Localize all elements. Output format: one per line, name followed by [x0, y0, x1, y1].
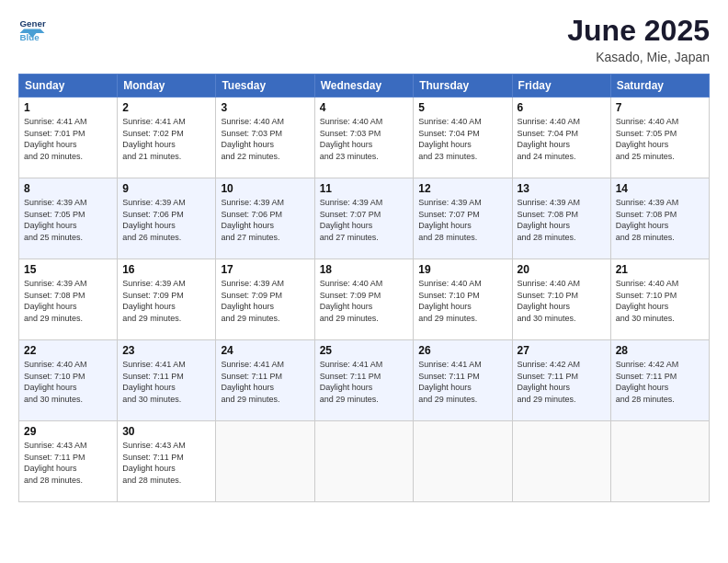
- col-header-thursday: Thursday: [414, 75, 512, 98]
- calendar-cell: [216, 421, 314, 502]
- calendar-cell: 17Sunrise: 4:39 AMSunset: 7:09 PMDayligh…: [216, 259, 314, 340]
- day-info: Sunrise: 4:40 AMSunset: 7:09 PMDaylight …: [320, 279, 383, 323]
- day-info: Sunrise: 4:41 AMSunset: 7:11 PMDaylight …: [320, 360, 383, 404]
- day-info: Sunrise: 4:40 AMSunset: 7:10 PMDaylight …: [24, 360, 87, 404]
- calendar-cell: 19Sunrise: 4:40 AMSunset: 7:10 PMDayligh…: [414, 259, 512, 340]
- day-number: 22: [24, 344, 112, 357]
- month-title: June 2025: [567, 14, 710, 48]
- day-info: Sunrise: 4:40 AMSunset: 7:04 PMDaylight …: [418, 117, 482, 161]
- calendar-cell: 22Sunrise: 4:40 AMSunset: 7:10 PMDayligh…: [19, 340, 118, 421]
- day-info: Sunrise: 4:42 AMSunset: 7:11 PMDaylight …: [518, 360, 581, 404]
- day-number: 8: [24, 182, 112, 195]
- calendar-cell: 16Sunrise: 4:39 AMSunset: 7:09 PMDayligh…: [118, 259, 216, 340]
- day-number: 30: [122, 425, 210, 438]
- day-info: Sunrise: 4:39 AMSunset: 7:07 PMDaylight …: [418, 198, 482, 242]
- day-number: 29: [24, 425, 112, 438]
- subtitle: Kasado, Mie, Japan: [567, 50, 710, 64]
- day-number: 2: [122, 101, 210, 114]
- calendar-cell: 6Sunrise: 4:40 AMSunset: 7:04 PMDaylight…: [512, 98, 610, 178]
- day-number: 10: [221, 182, 309, 195]
- day-info: Sunrise: 4:39 AMSunset: 7:07 PMDaylight …: [320, 198, 383, 242]
- calendar-cell: 8Sunrise: 4:39 AMSunset: 7:05 PMDaylight…: [19, 178, 118, 259]
- day-number: 12: [418, 182, 506, 195]
- calendar-table: SundayMondayTuesdayWednesdayThursdayFrid…: [18, 74, 710, 502]
- calendar-cell: 14Sunrise: 4:39 AMSunset: 7:08 PMDayligh…: [610, 178, 709, 259]
- day-number: 9: [122, 182, 210, 195]
- calendar-cell: 30Sunrise: 4:43 AMSunset: 7:11 PMDayligh…: [118, 421, 216, 502]
- svg-text:Blue: Blue: [20, 32, 40, 42]
- calendar-cell: 21Sunrise: 4:40 AMSunset: 7:10 PMDayligh…: [610, 259, 709, 340]
- day-info: Sunrise: 4:40 AMSunset: 7:10 PMDaylight …: [616, 279, 679, 323]
- logo: General Blue: [18, 14, 46, 41]
- calendar-cell: [314, 421, 414, 502]
- day-number: 26: [418, 344, 506, 357]
- calendar-cell: 11Sunrise: 4:39 AMSunset: 7:07 PMDayligh…: [314, 178, 414, 259]
- day-number: 28: [616, 344, 704, 357]
- calendar-cell: 12Sunrise: 4:39 AMSunset: 7:07 PMDayligh…: [414, 178, 512, 259]
- day-number: 18: [320, 263, 409, 276]
- day-info: Sunrise: 4:42 AMSunset: 7:11 PMDaylight …: [616, 360, 679, 404]
- day-number: 7: [616, 101, 704, 114]
- calendar-cell: 3Sunrise: 4:40 AMSunset: 7:03 PMDaylight…: [216, 98, 314, 178]
- day-number: 6: [518, 101, 606, 114]
- calendar-cell: [610, 421, 709, 502]
- day-number: 25: [320, 344, 409, 357]
- day-info: Sunrise: 4:40 AMSunset: 7:03 PMDaylight …: [221, 117, 284, 161]
- col-header-wednesday: Wednesday: [314, 75, 414, 98]
- header: General Blue June 2025 Kasado, Mie, Japa…: [18, 14, 710, 64]
- calendar-cell: [414, 421, 512, 502]
- day-info: Sunrise: 4:41 AMSunset: 7:11 PMDaylight …: [122, 360, 186, 404]
- day-number: 21: [616, 263, 704, 276]
- calendar-cell: 9Sunrise: 4:39 AMSunset: 7:06 PMDaylight…: [118, 178, 216, 259]
- col-header-sunday: Sunday: [19, 75, 118, 98]
- calendar-cell: 29Sunrise: 4:43 AMSunset: 7:11 PMDayligh…: [19, 421, 118, 502]
- day-number: 3: [221, 101, 309, 114]
- page: General Blue June 2025 Kasado, Mie, Japa…: [0, 0, 728, 563]
- calendar-week-3: 15Sunrise: 4:39 AMSunset: 7:08 PMDayligh…: [19, 259, 710, 340]
- day-number: 15: [24, 263, 112, 276]
- day-number: 1: [24, 101, 112, 114]
- day-number: 27: [518, 344, 606, 357]
- day-info: Sunrise: 4:39 AMSunset: 7:06 PMDaylight …: [122, 198, 186, 242]
- title-block: June 2025 Kasado, Mie, Japan: [567, 14, 710, 64]
- calendar-cell: 20Sunrise: 4:40 AMSunset: 7:10 PMDayligh…: [512, 259, 610, 340]
- col-header-friday: Friday: [512, 75, 610, 98]
- calendar-cell: 18Sunrise: 4:40 AMSunset: 7:09 PMDayligh…: [314, 259, 414, 340]
- calendar-cell: 26Sunrise: 4:41 AMSunset: 7:11 PMDayligh…: [414, 340, 512, 421]
- svg-text:General: General: [20, 18, 47, 29]
- day-info: Sunrise: 4:40 AMSunset: 7:04 PMDaylight …: [518, 117, 581, 161]
- day-info: Sunrise: 4:39 AMSunset: 7:08 PMDaylight …: [24, 279, 87, 323]
- calendar-cell: 5Sunrise: 4:40 AMSunset: 7:04 PMDaylight…: [414, 98, 512, 178]
- day-number: 5: [418, 101, 506, 114]
- calendar-week-4: 22Sunrise: 4:40 AMSunset: 7:10 PMDayligh…: [19, 340, 710, 421]
- col-header-tuesday: Tuesday: [216, 75, 314, 98]
- day-info: Sunrise: 4:41 AMSunset: 7:11 PMDaylight …: [418, 360, 482, 404]
- logo-icon: General Blue: [18, 14, 46, 41]
- calendar-header-row: SundayMondayTuesdayWednesdayThursdayFrid…: [19, 75, 710, 98]
- day-info: Sunrise: 4:39 AMSunset: 7:09 PMDaylight …: [122, 279, 186, 323]
- day-number: 14: [616, 182, 704, 195]
- day-info: Sunrise: 4:41 AMSunset: 7:11 PMDaylight …: [221, 360, 284, 404]
- calendar-week-1: 1Sunrise: 4:41 AMSunset: 7:01 PMDaylight…: [19, 98, 710, 178]
- day-info: Sunrise: 4:40 AMSunset: 7:10 PMDaylight …: [418, 279, 482, 323]
- calendar-week-2: 8Sunrise: 4:39 AMSunset: 7:05 PMDaylight…: [19, 178, 710, 259]
- day-number: 13: [518, 182, 606, 195]
- day-info: Sunrise: 4:39 AMSunset: 7:08 PMDaylight …: [616, 198, 679, 242]
- calendar-cell: 27Sunrise: 4:42 AMSunset: 7:11 PMDayligh…: [512, 340, 610, 421]
- day-info: Sunrise: 4:39 AMSunset: 7:09 PMDaylight …: [221, 279, 284, 323]
- day-number: 24: [221, 344, 309, 357]
- day-info: Sunrise: 4:43 AMSunset: 7:11 PMDaylight …: [24, 441, 87, 485]
- day-number: 11: [320, 182, 409, 195]
- calendar-cell: 23Sunrise: 4:41 AMSunset: 7:11 PMDayligh…: [118, 340, 216, 421]
- calendar-cell: 1Sunrise: 4:41 AMSunset: 7:01 PMDaylight…: [19, 98, 118, 178]
- day-number: 17: [221, 263, 309, 276]
- col-header-monday: Monday: [118, 75, 216, 98]
- day-info: Sunrise: 4:41 AMSunset: 7:01 PMDaylight …: [24, 117, 87, 161]
- calendar-cell: 24Sunrise: 4:41 AMSunset: 7:11 PMDayligh…: [216, 340, 314, 421]
- day-info: Sunrise: 4:40 AMSunset: 7:10 PMDaylight …: [518, 279, 581, 323]
- calendar-cell: 28Sunrise: 4:42 AMSunset: 7:11 PMDayligh…: [610, 340, 709, 421]
- calendar-cell: 4Sunrise: 4:40 AMSunset: 7:03 PMDaylight…: [314, 98, 414, 178]
- calendar-cell: 7Sunrise: 4:40 AMSunset: 7:05 PMDaylight…: [610, 98, 709, 178]
- day-number: 19: [418, 263, 506, 276]
- calendar-cell: [512, 421, 610, 502]
